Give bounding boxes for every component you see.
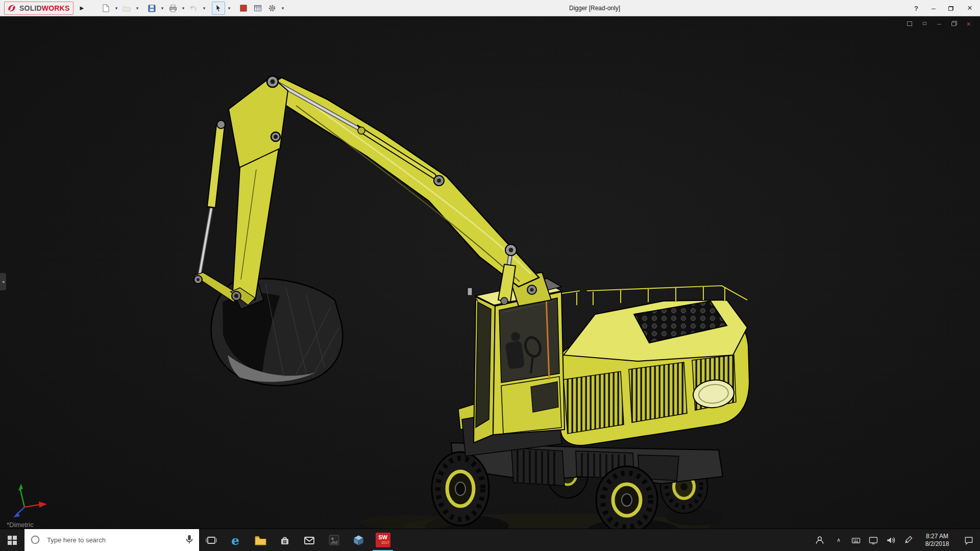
pen-icon: [903, 535, 913, 545]
tray-pen-button[interactable]: [899, 529, 917, 551]
window-title: Digger [Read-only]: [569, 0, 620, 16]
document-window-controls: – ×: [905, 19, 973, 28]
save-dropdown[interactable]: ▾: [159, 6, 165, 11]
minimize-button[interactable]: –: [925, 0, 942, 16]
open-document-button[interactable]: [120, 2, 133, 15]
undo-button[interactable]: [187, 2, 200, 15]
stick-arm: [229, 77, 288, 300]
start-button[interactable]: [0, 529, 24, 551]
ds-logo-icon: [7, 3, 17, 13]
microphone-icon[interactable]: [184, 534, 195, 545]
task-view-button[interactable]: [199, 529, 224, 551]
app-titlebar: SOLIDWORKS ▶ ▾ ▾ ▾: [0, 0, 980, 16]
action-center-button[interactable]: [958, 529, 980, 551]
taskbar-app-store[interactable]: [273, 529, 297, 551]
doc-restore-button[interactable]: [950, 19, 958, 28]
windows-logo-icon: [8, 536, 17, 545]
folder-icon: [254, 534, 267, 546]
taskbar-app-photos[interactable]: [322, 529, 346, 551]
svg-text:e: e: [231, 534, 239, 547]
solidworks-2017-tile-icon: SW 2017: [376, 533, 390, 547]
close-button[interactable]: ×: [960, 0, 980, 16]
open-document-dropdown[interactable]: ▾: [134, 6, 140, 11]
display-icon: [868, 535, 878, 545]
action-center-icon: [964, 535, 974, 545]
color-swatch-icon: [239, 4, 248, 13]
gear-icon: [267, 4, 277, 13]
edge-icon: e: [229, 534, 242, 547]
tray-keyboard-button[interactable]: [847, 529, 865, 551]
search-input[interactable]: [24, 529, 199, 551]
taskbar-search[interactable]: [24, 529, 199, 551]
tray-clock[interactable]: 8:27 AM 8/2/2018: [917, 529, 958, 551]
taskbar-app-solidworks-2017[interactable]: SW 2017: [371, 529, 395, 551]
front-wheel: [432, 452, 489, 525]
tray-people-button[interactable]: [810, 529, 830, 551]
solidworks-cube-icon: [352, 534, 365, 546]
help-button[interactable]: ?: [908, 0, 925, 16]
doc-minimize-button[interactable]: –: [935, 19, 943, 28]
menu-flyout-arrow-icon[interactable]: ▶: [78, 5, 86, 11]
clock-time: 8:27 AM: [926, 533, 948, 540]
options-dropdown[interactable]: ▾: [280, 6, 285, 11]
new-document-button[interactable]: [99, 2, 112, 15]
table-button[interactable]: [251, 2, 264, 15]
operator-cab: [468, 279, 565, 443]
quick-access-toolbar: ▾ ▾ ▾ ▾ ▾: [99, 2, 285, 15]
task-view-icon: [205, 534, 217, 546]
print-dropdown[interactable]: ▾: [180, 6, 186, 11]
open-folder-icon: [122, 4, 131, 13]
undo-icon: [189, 4, 198, 13]
taskbar-app-edge[interactable]: e: [224, 529, 248, 551]
doc-close-button[interactable]: ×: [965, 19, 973, 28]
brand-text: SOLIDWORKS: [19, 4, 69, 12]
clock-date: 8/2/2018: [925, 540, 949, 548]
boom-arm: [270, 78, 539, 287]
view-orientation-label: *Dimetric: [7, 521, 34, 529]
store-bag-icon: [279, 534, 291, 546]
doc-window-icon-2[interactable]: [920, 19, 928, 28]
windshield: [476, 302, 491, 428]
select-tool-dropdown[interactable]: ▾: [226, 6, 232, 11]
taskbar-app-mail[interactable]: [297, 529, 322, 551]
print-button[interactable]: [166, 2, 179, 15]
new-document-dropdown[interactable]: ▾: [113, 6, 119, 11]
volume-icon: [886, 535, 896, 545]
graphics-viewport[interactable]: – × ◄: [0, 16, 980, 529]
photos-tile-icon: [328, 534, 340, 546]
window-box-icon: [907, 21, 912, 26]
taskbar-app-file-explorer[interactable]: [248, 529, 273, 551]
keyboard-icon: [851, 535, 861, 545]
taskbar: e: [0, 529, 980, 551]
new-document-icon: [101, 4, 110, 13]
select-tool-button[interactable]: [212, 2, 225, 15]
floor-reflections: [360, 509, 722, 529]
restore-icon: [948, 6, 953, 11]
restore-icon: [951, 21, 957, 26]
feature-manager-collapse-tab[interactable]: ◄: [0, 273, 6, 290]
cortana-circle-icon: [30, 534, 41, 545]
select-cursor-icon: [214, 4, 223, 13]
window-controls: ? – ×: [908, 0, 980, 16]
undo-dropdown[interactable]: ▾: [201, 6, 207, 11]
chevron-up-icon: ∧: [837, 537, 841, 543]
wing-mirror: [468, 288, 472, 295]
taskbar-app-solidworks[interactable]: [346, 529, 371, 551]
doc-window-icon-1[interactable]: [905, 19, 914, 28]
table-grid-icon: [253, 4, 262, 13]
appearance-swatch-button[interactable]: [237, 2, 250, 15]
tray-overflow-button[interactable]: ∧: [830, 529, 847, 551]
mail-envelope-icon: [303, 534, 315, 546]
save-button[interactable]: [145, 2, 158, 15]
save-icon: [147, 4, 156, 13]
people-icon: [815, 535, 825, 545]
tray-display-button[interactable]: [865, 529, 882, 551]
excavator-model: [0, 16, 980, 529]
tray-volume-button[interactable]: [882, 529, 899, 551]
print-icon: [168, 4, 177, 13]
window-box-icon: [923, 22, 926, 25]
orientation-triad: [13, 484, 47, 517]
options-button[interactable]: [265, 2, 279, 15]
maximize-restore-button[interactable]: [942, 0, 960, 16]
rear-wheel: [596, 466, 657, 529]
